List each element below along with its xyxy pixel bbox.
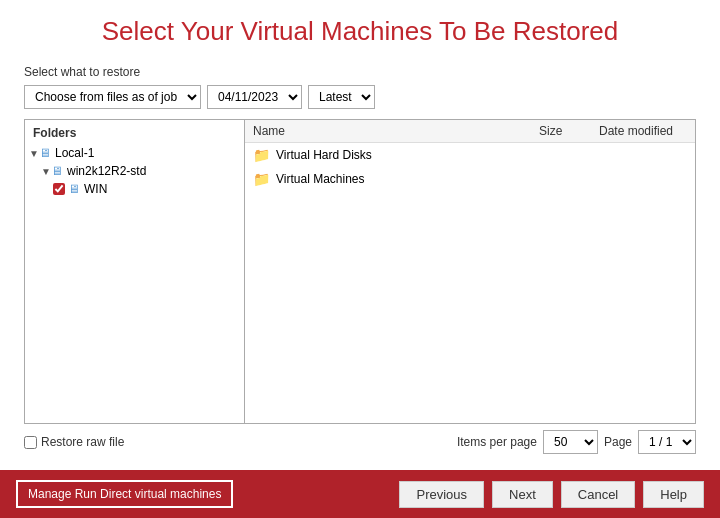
col-date-header: Date modified (595, 120, 695, 142)
tree-label-win2k12r2: win2k12R2-std (67, 164, 146, 178)
restore-raw-label: Restore raw file (41, 435, 124, 449)
pagination-row: Items per page 50 100 Page 1 / 1 (457, 430, 696, 454)
restore-raw-row: Restore raw file (24, 435, 124, 449)
manage-run-direct-button[interactable]: Manage Run Direct virtual machines (16, 480, 233, 508)
tree-item-local1[interactable]: ▼ 🖥 Local-1 (25, 144, 244, 162)
folder-icon-vm: 📁 (253, 171, 270, 187)
restore-section-label: Select what to restore (24, 65, 696, 79)
expand-icon-win2k12r2: ▼ (41, 166, 51, 177)
col-name-header: Name (245, 120, 535, 142)
tree-item-win2k12r2[interactable]: ▼ 🖥 win2k12R2-std (25, 162, 244, 180)
file-label-vhd: Virtual Hard Disks (276, 148, 372, 162)
expand-icon-local1: ▼ (29, 148, 39, 159)
file-label-vm: Virtual Machines (276, 172, 365, 186)
previous-button[interactable]: Previous (399, 481, 484, 508)
col-size-header: Size (535, 120, 595, 142)
page-label: Page (604, 435, 632, 449)
folder-tree: ▼ 🖥 Local-1 ▼ 🖥 win2k12R2-std 🖥 WIN (25, 142, 244, 200)
cancel-button[interactable]: Cancel (561, 481, 635, 508)
file-browser: Folders ▼ 🖥 Local-1 ▼ 🖥 win2k12R2-std (24, 119, 696, 424)
restore-type-dropdown[interactable]: Choose from files as of job (24, 85, 201, 109)
items-per-page-select[interactable]: 50 100 (543, 430, 598, 454)
folder-pane: Folders ▼ 🖥 Local-1 ▼ 🖥 win2k12R2-std (25, 120, 245, 423)
page-select[interactable]: 1 / 1 (638, 430, 696, 454)
folder-pane-header: Folders (25, 124, 244, 142)
folder-icon-vhd: 📁 (253, 147, 270, 163)
win-checkbox[interactable] (53, 183, 65, 195)
date-dropdown[interactable]: 04/11/2023 (207, 85, 302, 109)
help-button[interactable]: Help (643, 481, 704, 508)
bottom-bar: Restore raw file Items per page 50 100 P… (24, 424, 696, 458)
vm-icon-win: 🖥 (68, 182, 80, 196)
page-title: Select Your Virtual Machines To Be Resto… (24, 16, 696, 47)
restore-raw-checkbox[interactable] (24, 436, 37, 449)
file-pane-header: Name Size Date modified (245, 120, 695, 143)
server-icon-win2k12r2: 🖥 (51, 164, 63, 178)
footer: Manage Run Direct virtual machines Previ… (0, 470, 720, 518)
tree-label-win: WIN (84, 182, 107, 196)
tree-label-local1: Local-1 (55, 146, 94, 160)
next-button[interactable]: Next (492, 481, 553, 508)
file-row-vm[interactable]: 📁 Virtual Machines (245, 167, 695, 191)
version-dropdown[interactable]: Latest (308, 85, 375, 109)
main-content: Select Your Virtual Machines To Be Resto… (0, 0, 720, 470)
file-row-vhd[interactable]: 📁 Virtual Hard Disks (245, 143, 695, 167)
file-pane: Name Size Date modified 📁 Virtual Hard D… (245, 120, 695, 423)
server-icon-local1: 🖥 (39, 146, 51, 160)
items-per-page-label: Items per page (457, 435, 537, 449)
footer-buttons: Previous Next Cancel Help (399, 481, 704, 508)
dropdowns-row: Choose from files as of job 04/11/2023 L… (24, 85, 696, 109)
tree-item-win[interactable]: 🖥 WIN (25, 180, 244, 198)
